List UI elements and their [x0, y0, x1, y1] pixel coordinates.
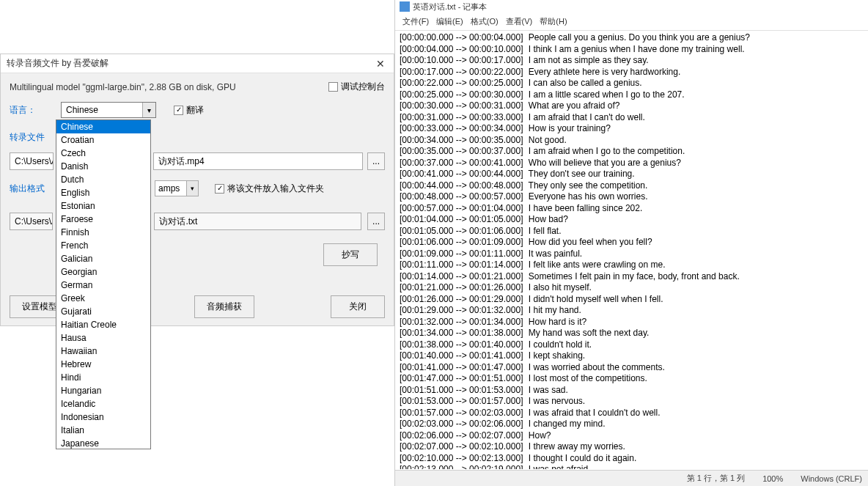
transcript-line: [00:00:33.000 --> 00:00:34.000] How is y…	[400, 123, 864, 135]
browse-output-button[interactable]: ...	[367, 213, 385, 230]
transcript-line: [00:00:35.000 --> 00:00:37.000] I am afr…	[400, 146, 864, 158]
timestamp: [00:00:30.000 --> 00:00:31.000]	[400, 100, 523, 111]
transcript-text: Who will believe that you are a genius?	[526, 158, 680, 168]
language-option[interactable]: French	[56, 239, 150, 252]
language-option[interactable]: German	[56, 279, 150, 292]
language-option[interactable]: Hungarian	[56, 384, 150, 397]
language-option[interactable]: Gujarati	[56, 305, 150, 318]
timestamp: [00:01:26.000 --> 00:01:29.000]	[400, 294, 523, 304]
transcript-line: [00:00:10.000 --> 00:00:17.000] I am not…	[400, 55, 864, 67]
transcript-text: How?	[526, 430, 551, 441]
language-option[interactable]: Indonesian	[56, 410, 150, 424]
transcript-line: [00:00:44.000 --> 00:00:48.000] They onl…	[400, 180, 864, 192]
output-path-right[interactable]: 访对话.txt	[154, 213, 361, 230]
language-dropdown-list[interactable]: ChineseCroatianCzechDanishDutchEnglishEs…	[56, 119, 151, 449]
language-option[interactable]: Chinese	[56, 120, 150, 133]
language-option[interactable]: English	[56, 186, 150, 199]
menu-item[interactable]: 查看(V)	[503, 15, 536, 29]
model-info-text: Multilingual model "ggml-large.bin", 2.8…	[10, 82, 236, 92]
timestamp: [00:01:53.000 --> 00:01:57.000]	[400, 396, 523, 406]
put-in-input-folder-checkbox[interactable]: 将该文件放入输入文件夹	[215, 183, 324, 195]
input-path-left[interactable]: C:\Users\A	[10, 152, 54, 170]
transcript-line: [00:01:40.000 --> 00:01:41.000] I kept s…	[400, 350, 864, 362]
timestamp: [00:02:07.000 --> 00:02:10.000]	[400, 441, 523, 452]
language-option[interactable]: Galician	[56, 252, 150, 265]
close-icon[interactable]: ✕	[373, 58, 388, 70]
language-option[interactable]: Finnish	[56, 226, 150, 239]
timestamp: [00:01:06.000 --> 00:01:09.000]	[400, 237, 523, 247]
transcript-line: [00:01:34.000 --> 00:01:38.000] My hand …	[400, 328, 864, 339]
language-option[interactable]: Greek	[56, 292, 150, 305]
audio-capture-button[interactable]: 音频捕获	[194, 295, 254, 318]
menu-item[interactable]: 编辑(E)	[433, 15, 466, 29]
transcribe-button[interactable]: 抄写	[323, 243, 378, 266]
transcript-line: [00:01:26.000 --> 00:01:29.000] I didn't…	[400, 294, 864, 306]
input-path-right[interactable]: 访对话.mp4	[153, 152, 363, 170]
transcript-text: My hand was soft the next day.	[526, 328, 649, 338]
transcript-line: [00:00:04.000 --> 00:00:10.000] I think …	[400, 44, 864, 56]
transcript-line: [00:00:00.000 --> 00:00:04.000] People c…	[400, 32, 864, 44]
output-format-label: 输出格式	[10, 183, 54, 195]
transcript-text: It was painful.	[526, 248, 582, 259]
transcript-textarea[interactable]: [00:00:00.000 --> 00:00:04.000] People c…	[395, 31, 868, 469]
transcript-text: I couldn't hold it.	[526, 339, 592, 350]
timestamp: [00:01:38.000 --> 00:01:40.000]	[400, 339, 523, 350]
menu-item[interactable]: 文件(F)	[400, 15, 432, 29]
transcript-text: I changed my mind.	[526, 419, 605, 429]
language-option[interactable]: Georgian	[56, 265, 150, 279]
transcript-text: How bad?	[526, 214, 567, 224]
transcript-line: [00:00:48.000 --> 00:00:57.000] Everyone…	[400, 191, 864, 203]
language-option[interactable]: Hawaiian	[56, 345, 150, 358]
menu-item[interactable]: 帮助(H)	[537, 15, 570, 29]
language-option[interactable]: Icelandic	[56, 397, 150, 410]
transcript-text: How hard is it?	[526, 317, 586, 327]
transcript-text: I can also be called a genius.	[526, 78, 641, 88]
language-option[interactable]: Faroese	[56, 213, 150, 226]
language-option[interactable]: Croatian	[56, 133, 150, 147]
transcript-line: [00:01:29.000 --> 00:01:32.000] I hit my…	[400, 305, 864, 317]
language-option[interactable]: Danish	[56, 160, 150, 173]
notepad-app-icon	[400, 1, 410, 12]
notepad-titlebar: 英语对话.txt - 记事本	[395, 0, 868, 13]
output-format-combo[interactable]: amps ▾	[155, 180, 199, 196]
close-button[interactable]: 关闭	[331, 295, 385, 318]
timestamp: [00:00:57.000 --> 00:01:04.000]	[400, 203, 523, 213]
timestamp: [00:01:14.000 --> 00:01:21.000]	[400, 271, 523, 281]
timestamp: [00:01:29.000 --> 00:01:32.000]	[400, 305, 523, 315]
language-option[interactable]: Japanese	[56, 437, 150, 449]
language-option[interactable]: Hebrew	[56, 358, 150, 371]
language-option[interactable]: Hindi	[56, 371, 150, 384]
timestamp: [00:01:11.000 --> 00:01:14.000]	[400, 259, 523, 270]
language-option[interactable]: Haitian Creole	[56, 318, 150, 331]
language-combo[interactable]: Chinese ▾	[61, 102, 156, 118]
transcript-text: How is your training?	[526, 123, 610, 133]
transcript-line: [00:01:57.000 --> 00:02:03.000] I was af…	[400, 408, 864, 419]
output-path-left[interactable]: C:\Users\A	[10, 213, 53, 230]
language-option[interactable]: Czech	[56, 147, 150, 160]
transcript-text: I was afraid that I couldn't do well.	[526, 408, 660, 418]
transcript-text: I was not afraid.	[526, 464, 590, 469]
timestamp: [00:00:34.000 --> 00:00:35.000]	[400, 135, 523, 145]
transcript-text: I fell flat.	[526, 226, 561, 236]
language-row: 语言： Chinese ▾ 翻译	[10, 102, 385, 118]
transcript-line: [00:00:34.000 --> 00:00:35.000] Not good…	[400, 135, 864, 147]
language-option[interactable]: Dutch	[56, 173, 150, 186]
menu-item[interactable]: 格式(O)	[468, 15, 501, 29]
transcript-line: [00:00:31.000 --> 00:00:33.000] I am afr…	[400, 112, 864, 124]
transcript-text: I have been falling since 202.	[526, 203, 642, 213]
language-option[interactable]: Italian	[56, 424, 150, 437]
timestamp: [00:01:34.000 --> 00:01:38.000]	[400, 328, 523, 338]
transcript-text: I lost most of the competitions.	[526, 373, 647, 383]
left-app-pane: 转录音频文件 by 吾爱破解 ✕ Multilingual model "ggm…	[0, 0, 394, 486]
browse-input-button[interactable]: ...	[367, 152, 385, 170]
timestamp: [00:00:25.000 --> 00:00:30.000]	[400, 89, 523, 100]
debug-console-checkbox[interactable]: 调试控制台	[328, 81, 385, 93]
timestamp: [00:00:22.000 --> 00:00:25.000]	[400, 78, 523, 88]
transcript-text: I am a little scared when I go to the 20…	[526, 89, 684, 100]
chevron-down-icon: ▾	[142, 103, 155, 117]
transcript-line: [00:00:25.000 --> 00:00:30.000] I am a l…	[400, 89, 864, 101]
timestamp: [00:01:40.000 --> 00:01:41.000]	[400, 350, 523, 361]
language-option[interactable]: Estonian	[56, 199, 150, 213]
translate-checkbox[interactable]: 翻译	[174, 104, 204, 117]
language-option[interactable]: Hausa	[56, 331, 150, 345]
